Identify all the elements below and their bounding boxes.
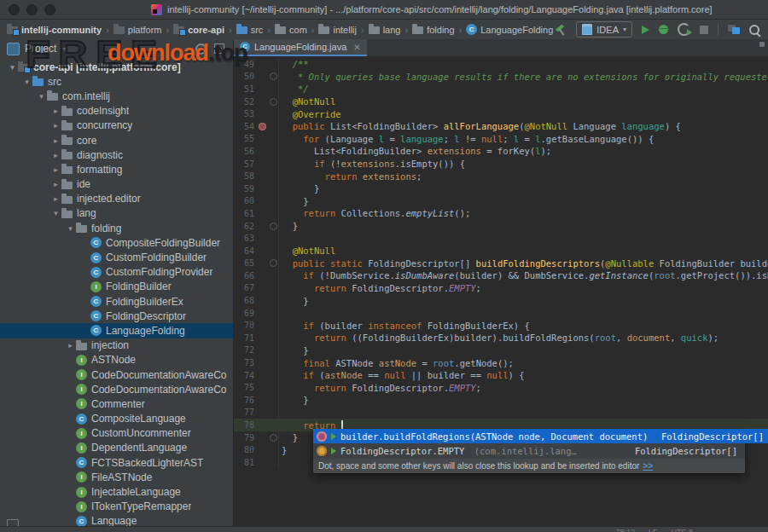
tree-item[interactable]: CFoldingDescriptor — [0, 309, 233, 323]
code-line[interactable]: 74 if (astNode == null || builder == nul… — [234, 369, 768, 382]
fold-marker-icon[interactable] — [268, 220, 279, 233]
search-everywhere-icon[interactable] — [749, 25, 759, 35]
code-line[interactable]: 57 if (!extensions.isEmpty()) { — [234, 158, 768, 171]
line-number[interactable]: 72 — [234, 345, 257, 355]
line-number[interactable]: 73 — [234, 358, 257, 367]
tree-item[interactable]: IITokenTypeRemapper — [0, 500, 233, 514]
gear-icon[interactable] — [195, 43, 207, 55]
code-line[interactable]: 59 } — [234, 182, 768, 195]
tree-right-arrow-icon[interactable]: ▸ — [50, 194, 61, 203]
tree-right-arrow-icon[interactable]: ▸ — [50, 165, 61, 174]
tree-item[interactable]: CLanguageFolding — [0, 323, 233, 338]
tree-item[interactable]: ▸formatting — [0, 162, 233, 176]
breadcrumb-item-core-api[interactable]: core-api — [172, 25, 226, 35]
fold-marker-icon[interactable] — [268, 95, 279, 108]
line-number[interactable]: 77 — [234, 408, 257, 417]
line-number[interactable]: 74 — [234, 371, 257, 380]
fold-marker-icon[interactable] — [268, 71, 279, 84]
tree-item[interactable]: IASTNode — [0, 353, 233, 367]
code-line[interactable]: 61 return Collections.emptyList(); — [234, 207, 768, 220]
tree-item[interactable]: CCompositeLanguage — [0, 412, 233, 426]
caret-position-widget[interactable]: 78:12 — [615, 528, 635, 532]
line-number[interactable]: 60 — [234, 196, 257, 205]
line-number[interactable]: 69 — [234, 309, 257, 318]
tree-right-arrow-icon[interactable]: ▸ — [50, 121, 61, 130]
code-line[interactable]: 66 if (!DumbService.isDumbAware(builder)… — [234, 269, 768, 282]
tool-window-corner-icon[interactable] — [7, 519, 19, 526]
line-number[interactable]: 71 — [234, 333, 257, 343]
code-line[interactable]: 56 List<FoldingBuilder> extensions = for… — [234, 145, 768, 158]
breadcrumb-item-src[interactable]: src — [235, 25, 265, 35]
tree-down-arrow-icon[interactable]: ▾ — [7, 63, 18, 72]
code-line[interactable]: 65 public static FoldingDescriptor[] bui… — [234, 257, 768, 270]
tree-item[interactable]: ▸core — [0, 133, 233, 147]
code-line[interactable]: 69 — [234, 307, 768, 320]
code-line[interactable]: 70 if (builder instanceof FoldingBuilder… — [234, 319, 768, 332]
tree-item[interactable]: ICodeDocumentationAwareCo — [0, 382, 233, 396]
tree-item[interactable]: CCompositeFoldingBuilder — [0, 235, 233, 250]
chevron-down-icon[interactable]: ▾ — [62, 45, 66, 53]
tree-item[interactable]: ▾com.intellij — [0, 89, 233, 103]
line-number[interactable]: 51 — [234, 84, 257, 94]
tree-item[interactable]: IDependentLanguage — [0, 441, 233, 455]
breadcrumb-item-folding[interactable]: folding — [410, 25, 456, 35]
line-number[interactable]: 70 — [234, 321, 257, 330]
tree-item[interactable]: CFCTSBackedLighterAST — [0, 455, 233, 470]
code-line[interactable]: 71 return ((FoldingBuilderEx)builder).bu… — [234, 332, 768, 344]
tab-languagefolding-java[interactable]: C LanguageFolding.java ✕ — [234, 39, 367, 56]
line-number[interactable]: 67 — [234, 283, 257, 292]
line-separator-widget[interactable]: LF — [649, 528, 658, 532]
tree-down-arrow-icon[interactable]: ▾ — [21, 78, 32, 86]
tree-item[interactable]: IInjectableLanguage — [0, 484, 233, 499]
tree-item[interactable]: CLanguage — [0, 514, 233, 526]
code-line[interactable]: 75 return FoldingDescriptor.EMPTY; — [234, 381, 768, 394]
code-line[interactable]: 76 } — [234, 394, 768, 407]
breadcrumb-item-intellij[interactable]: intellij — [317, 25, 358, 35]
tree-item[interactable]: ▸ide — [0, 177, 233, 192]
breadcrumb-item-languagefolding[interactable]: CLanguageFolding — [464, 24, 555, 35]
code-line[interactable]: 54 public List<FoldingBuilder> allForLan… — [234, 120, 768, 133]
line-number[interactable]: 57 — [234, 159, 257, 169]
minimize-window-button[interactable] — [26, 4, 38, 15]
tree-item[interactable]: ▾folding — [0, 221, 233, 235]
tree-item[interactable]: ▸injection — [0, 338, 233, 353]
tree-item[interactable]: IFoldingBuilder — [0, 280, 233, 294]
tree-item[interactable]: ICustomUncommenter — [0, 426, 233, 441]
code-line[interactable]: 50 * Only queries base language results … — [234, 71, 768, 84]
collapse-all-icon[interactable] — [214, 43, 224, 54]
code-line[interactable]: 52 @NotNull — [234, 95, 768, 108]
tree-item[interactable]: ▾lang — [0, 206, 233, 221]
line-number[interactable]: 79 — [234, 433, 257, 442]
debug-button[interactable] — [659, 25, 668, 34]
breadcrumb-item-lang[interactable]: lang — [367, 25, 403, 35]
line-number[interactable]: 61 — [234, 209, 257, 218]
tree-item[interactable]: CFoldingBuilderEx — [0, 294, 233, 309]
override-gutter-icon[interactable] — [257, 123, 268, 130]
line-number[interactable]: 64 — [234, 246, 257, 256]
code-line[interactable]: 58 return extensions; — [234, 170, 768, 182]
close-window-button[interactable] — [9, 4, 20, 15]
encoding-widget[interactable]: UTF-8 — [672, 528, 694, 532]
breadcrumb-item-platform[interactable]: platform — [112, 25, 164, 35]
code-line[interactable]: 51 */ — [234, 83, 768, 95]
line-number[interactable]: 62 — [234, 222, 257, 231]
line-number[interactable]: 65 — [234, 258, 257, 268]
tree-item[interactable]: IFileASTNode — [0, 470, 233, 484]
tree-right-arrow-icon[interactable]: ▸ — [50, 151, 61, 159]
breadcrumb-item-com[interactable]: com — [273, 25, 309, 35]
maximize-window-button[interactable] — [44, 4, 55, 15]
breadcrumb-item-intellij-community[interactable]: intellij-community — [5, 25, 103, 35]
tree-item[interactable]: CCustomFoldingProvider — [0, 265, 233, 280]
close-tab-icon[interactable]: ✕ — [353, 43, 360, 52]
tree-item[interactable]: ▸injected.editor — [0, 192, 233, 206]
tree-item[interactable]: ▾src — [0, 74, 233, 89]
completion-item[interactable]: FoldingDescriptor.EMPTY (com.intellij.la… — [313, 443, 745, 458]
tree-down-arrow-icon[interactable]: ▾ — [36, 92, 47, 101]
inspection-indicator-icon[interactable] — [759, 42, 765, 47]
run-configuration-select[interactable]: IDEA ▾ — [576, 21, 632, 38]
line-number[interactable]: 68 — [234, 296, 257, 305]
completion-item[interactable]: builder.buildFoldRegions(ASTNode node, D… — [313, 429, 768, 443]
stop-button[interactable] — [700, 26, 708, 34]
project-structure-icon[interactable] — [728, 25, 740, 34]
code-line[interactable]: 63 — [234, 232, 768, 245]
